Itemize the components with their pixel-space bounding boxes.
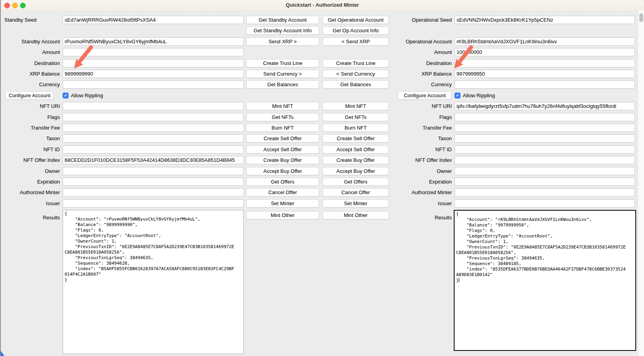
operational-nft-id-label: NFT ID [373,145,452,154]
window-content: Standby Seed Standby Account Amount Dest… [1,10,644,356]
corner-artifact [1,351,4,356]
standby-allow-rippling-label: Allow Rippling [71,91,103,100]
standby-account-label: Standby Account [1,37,60,46]
window-titlebar: Quickstart - Authorized Minter [1,0,644,11]
operational-authorized-minter-field[interactable] [455,188,635,197]
operational-allow-rippling-checkbox[interactable]: ✓ [455,93,460,98]
operational-account-field[interactable] [455,37,635,46]
operational-nft-uri-field[interactable] [455,102,635,110]
operational-flags-field[interactable] [455,113,635,121]
operational-destination-label: Destination [373,59,452,67]
operational-owner-label: Owner [373,167,452,175]
operational-expiration-field[interactable] [455,178,635,186]
standby-nft-uri-label: NFT URI [1,102,60,110]
standby-accept-buy-offer-button[interactable]: Accept Buy Offer [246,167,319,175]
operational-authorized-minter-label: Authorized Minter [373,188,452,197]
standby-nft-id-label: NFT ID [1,145,60,154]
standby-nft-offer-index-field[interactable] [63,156,244,164]
operational-results-textarea[interactable]: { "Account": "rK9LBRhStdmtAaVdJXGVF1LnKW… [454,210,636,351]
standby-destination-label: Destination [1,59,60,67]
operational-configure-account-button[interactable]: Configure Account [398,91,452,100]
standby-create-sell-offer-button[interactable]: Create Sell Offer [246,134,319,143]
standby-amount-label: Amount [1,48,60,56]
standby-set-minter-button[interactable]: Set Minter [246,199,319,208]
standby-seed-field[interactable] [63,16,244,24]
standby-transfer-fee-label: Transfer Fee [1,124,60,132]
standby-currency-field[interactable] [63,80,244,89]
operational-xrp-balance-label: XRP Balance [373,70,452,78]
standby-get-offers-button[interactable]: Get Offers [246,178,319,186]
standby-create-buy-offer-button[interactable]: Create Buy Offer [246,156,319,164]
send-currency-right-button[interactable]: Send Currency > [246,70,319,78]
standby-get-balances-button[interactable]: Get Balances [246,80,319,89]
operational-nft-offer-index-field[interactable] [455,156,635,164]
standby-expiration-field[interactable] [63,178,244,186]
operational-taxon-field[interactable] [455,134,635,143]
operational-flags-label: Flags [373,113,452,121]
standby-owner-field[interactable] [63,167,244,175]
checkmark-icon: ✓ [63,93,68,98]
scrollbar-thumb[interactable] [639,13,643,22]
standby-seed-label: Standby Seed [4,16,63,24]
operational-currency-field[interactable] [455,80,635,89]
operational-transfer-fee-label: Transfer Fee [373,124,452,132]
checkmark-icon: ✓ [455,93,460,98]
standby-flags-label: Flags [1,113,60,121]
standby-allow-rippling-checkbox[interactable]: ✓ [63,93,69,98]
standby-mint-nft-button[interactable]: Mint NFT [246,102,319,110]
standby-get-nfts-button[interactable]: Get NFTs [246,113,319,121]
operational-transfer-fee-field[interactable] [455,124,635,132]
standby-currency-label: Currency [1,80,60,89]
vertical-scrollbar[interactable] [638,10,644,356]
standby-taxon-field[interactable] [63,134,244,143]
app-window: Quickstart - Authorized Minter Standby S… [0,0,644,356]
standby-configure-account-button[interactable]: Configure Account [6,91,54,100]
standby-xrp-balance-label: XRP Balance [1,70,60,78]
operational-nft-offer-index-label: NFT Offer Index [373,156,452,164]
standby-nft-uri-field[interactable] [63,102,244,110]
operational-taxon-label: Taxon [373,134,452,143]
standby-mint-other-button[interactable]: Mint Other [246,211,319,219]
red-arrow-operational-balance [449,44,477,72]
operational-allow-rippling-label: Allow Rippling [463,91,495,100]
operational-issuer-label: Issuer [373,199,452,208]
operational-seed-field[interactable] [455,16,635,24]
standby-expiration-label: Expiration [1,178,60,186]
standby-create-trust-line-button[interactable]: Create Trust Line [246,59,319,67]
operational-nft-uri-label: NFT URI [373,102,452,110]
operational-currency-label: Currency [373,80,452,89]
operational-expiration-label: Expiration [373,178,452,186]
standby-nft-offer-index-label: NFT Offer Index [1,156,60,164]
get-op-account-info-button[interactable]: Get Op Account Info [323,26,389,35]
standby-authorized-minter-label: Authorized Minter [1,188,60,197]
standby-nft-id-field[interactable] [63,145,244,154]
standby-burn-nft-button[interactable]: Burn NFT [246,124,319,132]
standby-flags-field[interactable] [63,113,244,121]
send-xrp-right-button[interactable]: Send XRP > [246,37,319,46]
text-cursor [459,278,459,282]
standby-issuer-field[interactable] [63,199,244,208]
standby-results-textarea[interactable]: { "Account": "rPuvmoRNf5WNByuxCkLY8vGY6y… [63,210,244,354]
red-arrow-standby-balance [69,44,97,72]
operational-seed-label: Operational Seed [373,16,452,24]
operational-nft-id-field[interactable] [455,145,635,154]
operational-results-text: { "Account": "rK9LBRhStdmtAaVdJXGVF1LnKW… [456,211,625,283]
operational-results-label: Results [373,213,452,222]
standby-results-label: Results [1,213,60,222]
operational-owner-field[interactable] [455,167,635,175]
standby-accept-sell-offer-button[interactable]: Accept Sell Offer [246,145,319,154]
standby-taxon-label: Taxon [1,134,60,143]
standby-issuer-label: Issuer [1,199,60,208]
standby-transfer-fee-field[interactable] [63,124,244,132]
standby-authorized-minter-field[interactable] [63,188,244,197]
operational-destination-field[interactable] [455,59,635,67]
operational-xrp-balance-field[interactable] [455,70,635,78]
get-standby-account-button[interactable]: Get Standby Account [246,16,319,24]
operational-amount-field[interactable] [455,48,635,56]
operational-amount-label: Amount [373,48,452,56]
get-standby-account-info-button[interactable]: Get Standby Account Info [246,26,319,35]
standby-cancel-offer-button[interactable]: Cancel Offer [246,188,319,197]
operational-issuer-field[interactable] [455,199,635,208]
standby-owner-label: Owner [1,167,60,175]
operational-account-label: Operational Account [373,37,452,46]
